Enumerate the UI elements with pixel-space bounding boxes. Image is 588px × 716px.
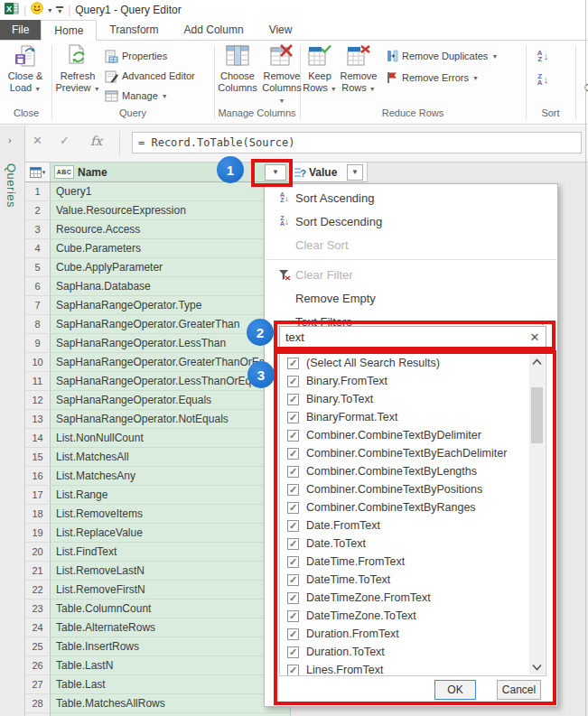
- tab-file[interactable]: File: [0, 20, 41, 40]
- cell-name[interactable]: SapHanaRangeOperator.Equals: [51, 391, 291, 410]
- filter-list-item[interactable]: ✓DateTime.FromText: [280, 553, 546, 571]
- tab-view[interactable]: View: [257, 20, 305, 40]
- properties-button[interactable]: Properties: [105, 47, 167, 65]
- value-filter-dropdown-button[interactable]: ▼: [347, 164, 363, 181]
- filter-list-item[interactable]: ✓Duration.ToText: [280, 643, 546, 661]
- cell-name[interactable]: SapHanaRangeOperator.GreaterThanOrEquals: [51, 353, 291, 372]
- filter-list-item[interactable]: ✓Combiner.CombineTextByDelimiter: [280, 426, 546, 444]
- scroll-down-icon[interactable]: [529, 660, 545, 674]
- clear-search-icon[interactable]: ✕: [524, 330, 546, 344]
- smiley-feedback-icon[interactable]: [31, 2, 43, 18]
- tab-home[interactable]: Home: [41, 20, 97, 41]
- checkbox-checked-icon[interactable]: ✓: [287, 448, 299, 460]
- ok-button[interactable]: OK: [434, 680, 476, 700]
- formula-input[interactable]: [132, 132, 582, 153]
- checkbox-checked-icon[interactable]: ✓: [287, 610, 299, 622]
- checkbox-checked-icon[interactable]: ✓: [287, 376, 299, 387]
- checkbox-checked-icon[interactable]: ✓: [287, 430, 299, 442]
- checkbox-checked-icon[interactable]: ✓: [287, 592, 299, 604]
- menu-item-remove-empty[interactable]: Remove Empty: [265, 286, 557, 310]
- customize-toolbar-icon[interactable]: ▾: [56, 6, 63, 14]
- filter-list-item[interactable]: ✓Duration.FromText: [280, 625, 546, 643]
- cell-name[interactable]: SapHana.Database: [51, 277, 291, 296]
- cell-name[interactable]: Table.Last: [51, 675, 291, 694]
- checkbox-checked-icon[interactable]: ✓: [287, 502, 299, 514]
- remove-errors-button[interactable]: Remove Errors ▼: [387, 69, 479, 87]
- tab-add-column[interactable]: Add Column: [172, 20, 257, 40]
- scrollbar-thumb[interactable]: [531, 387, 543, 443]
- cell-name[interactable]: Table.InsertRows: [51, 637, 291, 656]
- checkbox-checked-icon[interactable]: ✓: [287, 358, 299, 369]
- checkbox-checked-icon[interactable]: ✓: [287, 484, 299, 496]
- cell-name[interactable]: SapHanaRangeOperator.Type: [51, 296, 291, 315]
- filter-list-item[interactable]: ✓Combiner.CombineTextByEachDelimiter: [280, 444, 546, 462]
- smiley-dropdown-caret-icon[interactable]: ▾: [48, 6, 51, 14]
- tab-transform[interactable]: Transform: [97, 20, 171, 40]
- filter-list-item[interactable]: ✓Date.ToText: [280, 535, 546, 553]
- checkbox-checked-icon[interactable]: ✓: [287, 394, 299, 405]
- cell-name[interactable]: List.MatchesAll: [51, 448, 291, 467]
- cell-name[interactable]: List.RemoveItems: [51, 505, 291, 524]
- filter-list-item[interactable]: ✓BinaryFormat.Text: [280, 408, 546, 426]
- checkbox-checked-icon[interactable]: ✓: [287, 628, 299, 640]
- checkbox-checked-icon[interactable]: ✓: [287, 520, 299, 532]
- cell-name[interactable]: Table.LastN: [51, 656, 291, 675]
- filter-list-item[interactable]: ✓Combiner.CombineTextByLengths: [280, 462, 546, 480]
- split-column-button[interactable]: SplitColumn: [578, 44, 588, 94]
- filter-list-item[interactable]: ✓DateTime.ToText: [280, 571, 546, 589]
- filter-search-input[interactable]: [280, 330, 524, 345]
- fx-icon[interactable]: fx: [90, 134, 102, 148]
- checkbox-checked-icon[interactable]: ✓: [287, 412, 299, 423]
- keep-rows-button[interactable]: KeepRows ▼: [302, 44, 338, 95]
- cell-name[interactable]: List.RemoveFirstN: [51, 581, 291, 600]
- filter-list-item[interactable]: ✓(Select All Search Results): [280, 354, 546, 372]
- filter-list-item[interactable]: ✓Binary.ToText: [280, 390, 546, 408]
- cell-name[interactable]: Query1: [51, 182, 291, 201]
- remove-rows-button[interactable]: RemoveRows ▼: [338, 44, 379, 95]
- filter-list-item[interactable]: ✓Binary.FromText: [280, 372, 546, 390]
- cell-name[interactable]: Table.AlternateRows: [51, 618, 291, 637]
- name-filter-dropdown-button[interactable]: ▼: [265, 164, 286, 181]
- filter-list-item[interactable]: ✓Lines.FromText: [280, 661, 546, 676]
- filter-list-item[interactable]: ✓Combiner.CombineTextByRanges: [280, 498, 546, 516]
- commit-formula-icon[interactable]: ✓: [60, 134, 70, 147]
- filter-list-item[interactable]: ✓DateTimeZone.ToText: [280, 607, 546, 625]
- cell-name[interactable]: Table.ColumnCount: [51, 600, 291, 618]
- choose-columns-button[interactable]: ChooseColumns: [215, 44, 260, 94]
- cell-name[interactable]: List.MatchesAny: [51, 467, 291, 486]
- cell-name[interactable]: List.NonNullCount: [51, 429, 291, 448]
- checkbox-checked-icon[interactable]: ✓: [287, 574, 299, 586]
- sort-descending-button[interactable]: ZA↓: [531, 70, 555, 89]
- remove-duplicates-button[interactable]: Remove Duplicates ▼: [387, 47, 498, 65]
- filter-list-item[interactable]: ✓Date.FromText: [280, 516, 546, 535]
- column-header-value[interactable]: ? Value ▼: [291, 163, 368, 182]
- cell-name[interactable]: List.ReplaceValue: [51, 524, 291, 543]
- cell-name[interactable]: Cube.ApplyParameter: [51, 258, 291, 277]
- advanced-editor-button[interactable]: Advanced Editor: [105, 67, 195, 85]
- cell-name[interactable]: List.RemoveLastN: [51, 562, 291, 581]
- cell-name[interactable]: Cube.Parameters: [51, 239, 291, 258]
- cell-name[interactable]: List.FindText: [51, 543, 291, 562]
- manage-button[interactable]: Manage ▼: [105, 87, 168, 105]
- cancel-button[interactable]: Cancel: [497, 680, 541, 700]
- cell-name[interactable]: SapHanaRangeOperator.GreaterThan: [51, 315, 291, 334]
- filter-list-item[interactable]: ✓Combiner.CombineTextByPositions: [280, 480, 546, 498]
- list-scrollbar[interactable]: [529, 355, 545, 674]
- checkbox-checked-icon[interactable]: ✓: [287, 665, 299, 676]
- cell-name[interactable]: List.Range: [51, 486, 291, 505]
- refresh-preview-button[interactable]: RefreshPreview ▼: [54, 44, 101, 95]
- cancel-formula-icon[interactable]: ✕: [33, 134, 42, 147]
- cell-name[interactable]: SapHanaRangeOperator.NotEquals: [51, 410, 291, 429]
- filter-list-item[interactable]: ✓DateTimeZone.FromText: [280, 589, 546, 607]
- cell-name[interactable]: Table.MatchesAllRows: [51, 694, 291, 713]
- checkbox-checked-icon[interactable]: ✓: [287, 646, 299, 658]
- column-header-name[interactable]: ABC Name ▼: [51, 163, 291, 182]
- cell-name[interactable]: Value.ResourceExpression: [51, 201, 291, 220]
- cell-name[interactable]: Resource.Access: [51, 220, 291, 239]
- menu-item-sort-descending[interactable]: ZA↓Sort Descending: [265, 209, 557, 233]
- expand-pane-icon[interactable]: ›: [8, 135, 12, 145]
- checkbox-checked-icon[interactable]: ✓: [287, 556, 299, 568]
- cell-name[interactable]: SapHanaRangeOperator.LessThanOrEquals: [51, 372, 291, 391]
- scroll-up-icon[interactable]: [529, 355, 545, 369]
- sort-ascending-button[interactable]: AZ↓: [531, 46, 555, 66]
